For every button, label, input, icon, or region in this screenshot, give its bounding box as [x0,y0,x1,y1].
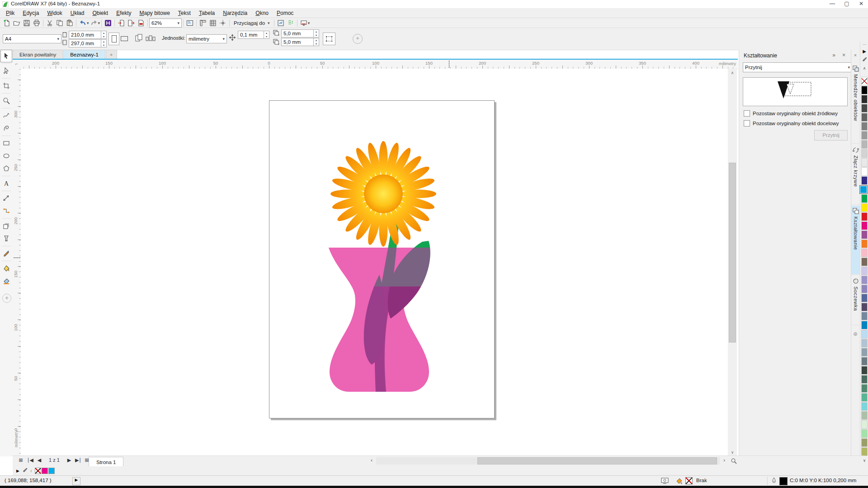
color-swatch-7A685B[interactable] [861,258,868,266]
page-tab[interactable]: Strona 1 [89,457,123,467]
ruler-origin[interactable]: ⌐ [13,60,21,69]
undo-button[interactable] [78,19,88,28]
document-page[interactable] [269,100,495,418]
color-swatch-CFC8E8[interactable] [861,267,868,275]
first-page-button[interactable]: ∣◀ [26,457,34,463]
all-pages-icon[interactable] [135,33,144,42]
vertical-scrollbar[interactable]: ∧ ∨ [728,69,737,455]
publish-pdf-button[interactable] [136,19,146,28]
document-palette-scroll-left[interactable]: ‹ [30,468,32,474]
export-button[interactable] [126,19,136,28]
color-swatch-332C85[interactable] [861,176,868,185]
trim-apply-button[interactable]: Przytnij [814,130,848,141]
color-swatch-8FA1AE[interactable] [861,348,868,357]
duplicate-y-field[interactable]: 5,0 mm▴▾ [281,38,319,46]
palette-scroll-up-button[interactable]: ∧ [860,66,868,70]
nudge-field[interactable]: 0,1 mm▴▾ [238,31,269,39]
launch-button[interactable] [286,19,296,28]
keep-source-checkbox-row[interactable]: Pozostaw oryginalny obiekt źródłowy [744,110,838,117]
print-button[interactable] [32,19,42,28]
add-page-start-button[interactable]: ⊞ [17,457,24,463]
open-button[interactable] [12,19,22,28]
maximize-button[interactable]: ▢ [840,0,854,8]
new-document-button[interactable] [2,19,12,28]
save-button[interactable] [22,19,32,28]
rectangle-tool[interactable] [0,137,12,150]
show-guidelines-button[interactable] [218,19,228,28]
import-button[interactable] [116,19,126,28]
color-swatch-DDF0DA[interactable] [861,420,868,429]
vertical-scrollbar-thumb[interactable] [729,163,736,343]
interactive-fill-tool[interactable] [0,275,12,287]
spinner[interactable]: ▴▾ [101,31,106,38]
color-swatch-486C60[interactable] [861,375,868,384]
portrait-button[interactable] [108,33,119,45]
menu-mapy-bitowe[interactable]: Mapy bitowe [135,9,174,17]
color-swatch-BBDCF1[interactable] [861,330,868,338]
zoom-corner-icon[interactable] [731,458,737,464]
menu-tabela[interactable]: Tabela [195,9,219,17]
spinner[interactable]: ▴▾ [264,31,269,38]
page-preset-select[interactable]: A4▾ [3,34,61,43]
zoom-tool[interactable] [0,94,12,107]
document-tab-beznazwy-1[interactable]: Beznazwy-1 [63,50,105,59]
palette-flyout-button[interactable]: ▶ [860,49,868,54]
color-swatch-9C92C8[interactable] [861,276,868,284]
menu-efekty[interactable]: Efekty [112,9,135,17]
color-swatch-B1C3D4[interactable] [861,339,868,347]
color-swatch-474747[interactable] [861,104,868,113]
drawing-canvas[interactable] [21,69,728,455]
dimension-tool[interactable] [0,192,12,205]
doc-palette-no-color-swatch[interactable] [35,468,41,474]
docker-tab-menedżer-obiektów[interactable]: Menedżer obiektów [851,63,860,144]
menu-widok[interactable]: Widok [43,9,66,17]
docker-tab-soczewka[interactable]: Soczewka [851,276,860,325]
horizontal-scrollbar-thumb[interactable] [477,457,717,465]
checkbox[interactable] [744,110,750,117]
redo-button[interactable] [89,19,99,28]
close-button[interactable]: ✕ [854,0,868,8]
new-document-tab-button[interactable]: + [106,50,117,59]
next-page-button[interactable]: ▶ [66,457,72,463]
menu-plik[interactable]: Plik [2,9,19,17]
document-tab-ekran-powitalny[interactable]: Ekran powitalny [13,50,63,59]
chevron-down-icon[interactable]: ▾ [308,21,310,25]
scroll-down-arrow[interactable]: ∨ [728,450,737,455]
docker-collapse-button[interactable]: » [832,52,835,58]
show-grid-button[interactable] [208,19,218,28]
menu-tekst[interactable]: Tekst [174,9,195,17]
landscape-button[interactable] [119,33,129,44]
duplicate-x-field[interactable]: 5,0 mm▴▾ [281,29,319,38]
color-swatch-E9E9E9[interactable] [861,158,868,167]
menu-układ[interactable]: Układ [66,9,89,17]
docker-tab-złącz-krzywe[interactable]: Złącz krzywe [851,145,860,205]
color-swatch-000000[interactable] [861,86,868,94]
color-swatch-F9BBC7[interactable] [861,249,868,257]
color-swatch-ACC1A8[interactable] [861,411,868,420]
drop-shadow-tool[interactable] [0,220,12,232]
color-swatch-B2B763[interactable] [861,447,868,456]
add-property-button[interactable]: + [353,34,363,44]
color-swatch-2B2B2B[interactable] [861,95,868,103]
color-swatch-544869[interactable] [861,303,868,311]
color-swatch-FFE800[interactable] [861,203,868,212]
document-color-settings-icon[interactable] [661,478,669,484]
previous-page-button[interactable]: ◀ [36,457,42,463]
color-swatch-E5087E[interactable] [861,221,868,230]
doc-palette-swatch-00AEEF[interactable] [48,468,55,474]
eyedropper-icon[interactable] [22,468,28,474]
menu-okno[interactable]: Okno [251,9,273,17]
transparency-tool[interactable] [0,232,12,245]
current-page-icon[interactable] [146,33,156,42]
color-swatch-58B695[interactable] [861,393,868,402]
copy-button[interactable] [55,19,65,28]
color-swatch-DD1A21[interactable] [861,212,868,221]
color-swatch-D3D3D3[interactable] [861,149,868,158]
monitor-button[interactable] [299,19,309,28]
units-select[interactable]: milimetry▾ [186,34,227,43]
color-swatch-9C4E97[interactable] [861,230,868,239]
chevron-down-icon[interactable]: ▾ [98,21,100,25]
horizontal-ruler[interactable]: milimetry 200150100500501001502002503003… [21,60,738,69]
spinner[interactable]: ▴▾ [101,40,106,47]
ellipse-tool[interactable] [0,150,12,162]
